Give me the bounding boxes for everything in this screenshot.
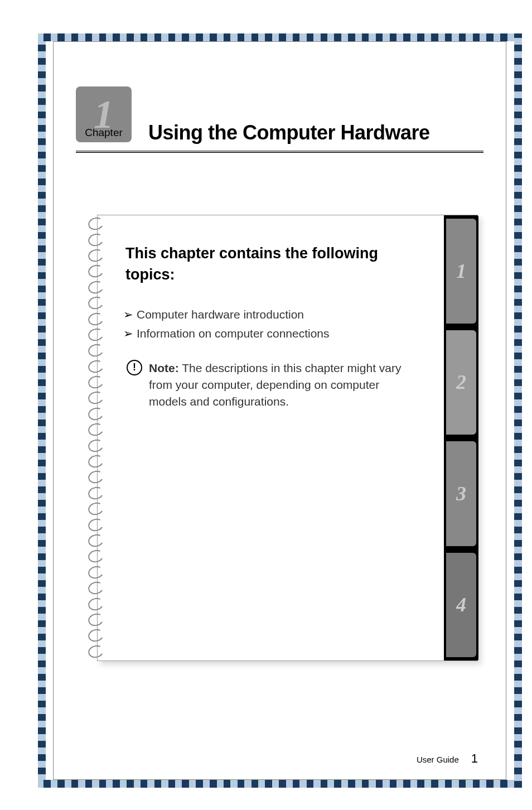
chapter-label: Chapter [85,127,123,139]
chapter-title: Using the Computer Hardware [148,121,430,144]
decorative-right-rail [514,33,522,788]
topic-item: Information on computer connections [125,327,410,340]
topic-item: Computer hardware introduction [125,308,410,321]
chapter-header: 1 Chapter Using the Computer Hardware [76,86,483,142]
side-tabs: 1 2 3 4 [444,215,478,660]
note-label: Note: [149,361,179,374]
alert-icon: ! [127,360,142,375]
title-underline [76,151,483,153]
topics-heading: This chapter contains the following topi… [125,243,410,286]
note-block: ! Note: The descriptions in this chapter… [125,360,410,411]
side-tab-2: 2 [446,330,476,435]
side-tab-1: 1 [446,219,476,324]
chapter-badge: 1 Chapter [76,86,132,142]
page-frame: 1 Chapter Using the Computer Hardware Th… [53,41,506,780]
content-card: This chapter contains the following topi… [97,215,478,661]
note-text: Note: The descriptions in this chapter m… [149,360,410,411]
side-tab-3: 3 [446,441,476,546]
page-footer: User Guide 1 [417,751,478,766]
spiral-binding-icon [88,216,104,659]
note-body: The descriptions in this chapter might v… [149,361,401,408]
footer-label: User Guide [417,755,459,764]
side-tab-4: 4 [446,553,476,658]
page-number: 1 [471,751,478,766]
